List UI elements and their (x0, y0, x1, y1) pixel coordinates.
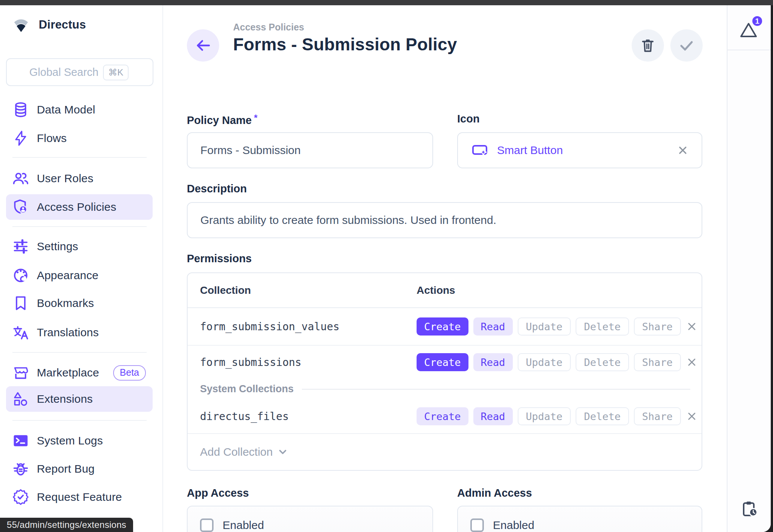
bolt-icon (12, 130, 29, 147)
icon-label: Icon (457, 113, 480, 125)
permissions-header-row: Collection Actions (188, 273, 702, 308)
breadcrumb[interactable]: Access Policies (233, 21, 457, 33)
app-access-option: Enabled (223, 518, 264, 532)
sidebar-item-access-policies[interactable]: Access Policies (6, 194, 153, 220)
sidebar-item-settings[interactable]: Settings (6, 234, 153, 259)
policy-name-input[interactable] (188, 144, 432, 157)
description-field[interactable]: Grants ability to create form submission… (187, 202, 702, 238)
palette-icon (12, 267, 29, 284)
right-sidebar (727, 5, 771, 532)
search-shortcut-badge: ⌘K (103, 65, 129, 80)
sidebar-divider (12, 226, 147, 227)
app-access-checkbox[interactable] (200, 518, 214, 532)
table-row: form_submissions Create Read Update Dele… (188, 346, 702, 379)
page-header: Access Policies Forms - Submission Polic… (233, 21, 457, 56)
directus-logo-icon (12, 17, 30, 33)
save-button[interactable] (670, 29, 703, 62)
tune-icon (12, 238, 29, 255)
smart-button-icon (471, 142, 489, 159)
shapes-icon (12, 391, 29, 407)
action-chip-update[interactable]: Update (518, 317, 571, 336)
sidebar-item-label: Bookmarks (37, 297, 94, 310)
action-chip-delete[interactable]: Delete (576, 407, 629, 425)
sidebar-item-label: Request Feature (37, 491, 122, 503)
arrow-left-icon (195, 38, 211, 53)
back-button[interactable] (187, 29, 219, 62)
trash-icon (640, 37, 656, 54)
table-row: form_submission_values Create Read Updat… (188, 308, 702, 346)
admin-access-option: Enabled (493, 518, 534, 532)
action-chip-create[interactable]: Create (417, 353, 468, 371)
delete-button[interactable] (632, 29, 664, 62)
app-window: Directus ⌘K Data Model Flows (0, 5, 771, 532)
sidebar-item-appearance[interactable]: Appearance (6, 263, 153, 288)
app-access-label: App Access (187, 487, 249, 499)
action-chip-update[interactable]: Update (518, 353, 571, 371)
remove-row-icon[interactable] (686, 356, 698, 368)
bug-icon (12, 461, 29, 477)
remove-row-icon[interactable] (686, 410, 698, 422)
revisions-button[interactable] (741, 500, 758, 517)
action-chip-read[interactable]: Read (473, 407, 513, 425)
sidebar-item-label: Extensions (37, 393, 93, 405)
sidebar-item-flows[interactable]: Flows (6, 125, 153, 151)
admin-access-checkbox[interactable] (470, 518, 484, 532)
sidebar-item-report-bug[interactable]: Report Bug (6, 456, 153, 482)
column-header-collection: Collection (200, 284, 417, 296)
action-chip-delete[interactable]: Delete (576, 353, 629, 371)
sidebar-item-extensions[interactable]: Extensions (6, 386, 153, 412)
sidebar-item-user-roles[interactable]: User Roles (6, 166, 153, 191)
sidebar-item-label: Data Model (37, 103, 95, 116)
icon-field[interactable]: Smart Button (457, 132, 702, 168)
sidebar-divider (12, 352, 147, 353)
action-chip-share[interactable]: Share (634, 317, 681, 336)
sidebar-item-label: Report Bug (37, 462, 95, 475)
action-chip-create[interactable]: Create (417, 317, 468, 336)
description-value: Grants ability to create form submission… (188, 214, 496, 227)
sidebar-item-system-logs[interactable]: System Logs (6, 428, 153, 453)
sidebar-item-request-feature[interactable]: Request Feature (6, 484, 153, 510)
permissions-table: Collection Actions form_submission_value… (187, 272, 702, 471)
table-row: directus_files Create Read Update Delete… (188, 399, 702, 434)
action-chip-read[interactable]: Read (473, 353, 513, 371)
action-chip-read[interactable]: Read (473, 317, 513, 336)
action-chip-share[interactable]: Share (634, 407, 681, 425)
description-label: Description (187, 183, 247, 195)
remove-row-icon[interactable] (686, 320, 698, 332)
logo-text: Directus (39, 18, 86, 32)
logo[interactable]: Directus (12, 17, 86, 33)
sidebar-item-marketplace[interactable]: Marketplace Beta (6, 360, 153, 385)
collection-name: directus_files (200, 410, 417, 423)
sidebar-item-label: System Logs (37, 434, 103, 447)
sidebar-item-data-model[interactable]: Data Model (6, 97, 153, 122)
required-mark: * (254, 113, 257, 123)
search-input[interactable] (7, 66, 103, 79)
policy-name-label: Policy Name* (187, 113, 258, 127)
chevron-down-icon (277, 446, 288, 458)
database-icon (12, 101, 29, 118)
column-header-actions: Actions (417, 284, 455, 296)
sidebar-item-translations[interactable]: Translations (6, 320, 153, 345)
global-search[interactable]: ⌘K (6, 58, 153, 86)
collection-name: form_submissions (200, 356, 417, 369)
sidebar-item-label: Flows (37, 132, 67, 145)
policy-name-field (187, 132, 433, 168)
system-collections-divider: System Collections (188, 379, 702, 399)
sidebar-item-bookmarks[interactable]: Bookmarks (6, 290, 153, 316)
action-chip-create[interactable]: Create (417, 407, 468, 425)
translate-icon (12, 324, 29, 341)
action-chip-update[interactable]: Update (518, 407, 571, 425)
app-access-field: Enabled (187, 506, 433, 532)
close-icon[interactable] (677, 144, 689, 156)
clipboard-clock-icon (741, 500, 758, 517)
action-chip-delete[interactable]: Delete (576, 317, 629, 336)
right-sidebar-divider (728, 50, 771, 50)
action-chip-share[interactable]: Share (634, 353, 681, 371)
seal-check-icon (12, 489, 29, 505)
status-bar-url: 55/admin/settings/extensions (7, 520, 126, 530)
user-roles-icon (12, 170, 29, 187)
check-icon (678, 37, 695, 54)
sidebar-divider (12, 157, 147, 158)
admin-access-label: Admin Access (457, 487, 532, 499)
add-collection-button[interactable]: Add Collection (188, 434, 702, 470)
